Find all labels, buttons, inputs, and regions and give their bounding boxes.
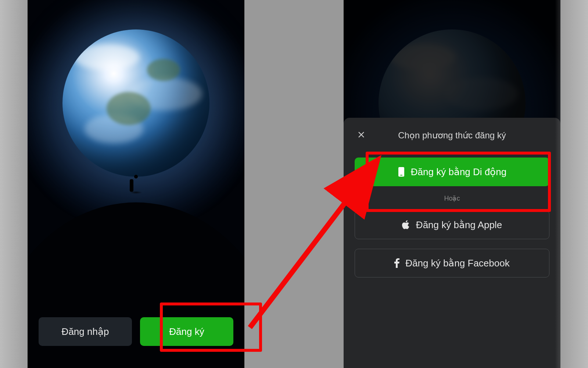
phone-screen-signup-methods: Chọn phương thức đăng ký Đăng ký bằng Di… bbox=[344, 0, 560, 368]
close-icon bbox=[357, 130, 366, 141]
facebook-icon bbox=[394, 258, 399, 268]
phone-screen-welcome: Đăng nhập Đăng ký bbox=[28, 0, 244, 368]
signup-apple-button[interactable]: Đăng ký bằng Apple bbox=[355, 210, 549, 239]
svg-rect-1 bbox=[400, 175, 402, 176]
close-button[interactable] bbox=[355, 129, 368, 142]
signup-mobile-label: Đăng ký bằng Di động bbox=[411, 166, 506, 178]
login-button[interactable]: Đăng nhập bbox=[39, 317, 132, 346]
login-button-label: Đăng nhập bbox=[62, 326, 109, 337]
divider-or: Hoặc bbox=[355, 194, 549, 202]
signup-facebook-button[interactable]: Đăng ký bằng Facebook bbox=[355, 249, 549, 277]
auth-button-row: Đăng nhập Đăng ký bbox=[28, 317, 244, 346]
signup-mobile-button[interactable]: Đăng ký bằng Di động bbox=[355, 158, 549, 186]
signup-button-label: Đăng ký bbox=[169, 326, 204, 337]
signup-method-sheet: Chọn phương thức đăng ký Đăng ký bằng Di… bbox=[344, 118, 560, 368]
person-silhouette bbox=[130, 175, 142, 194]
signup-apple-label: Đăng ký bằng Apple bbox=[416, 219, 502, 231]
sheet-title: Chọn phương thức đăng ký bbox=[368, 130, 536, 141]
signup-button[interactable]: Đăng ký bbox=[140, 317, 233, 346]
earth-illustration bbox=[62, 29, 209, 177]
signup-facebook-label: Đăng ký bằng Facebook bbox=[405, 258, 509, 269]
apple-icon bbox=[402, 220, 410, 230]
phone-icon bbox=[398, 167, 405, 177]
